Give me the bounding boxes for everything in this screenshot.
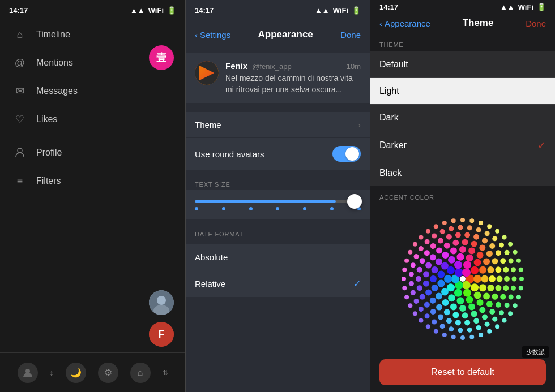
theme-panel: 14:17 ▲▲ WiFi 🔋 ‹ Appearance Theme Done … [370,0,555,392]
svg-point-96 [438,315,443,320]
svg-point-116 [512,277,517,282]
svg-point-93 [464,320,470,326]
moon-icon[interactable]: 🌙 [66,363,86,383]
profile-avatar-icon[interactable] [18,363,38,383]
sidebar-item-filters[interactable]: ≡ Filters [0,167,185,195]
svg-point-89 [496,302,501,308]
svg-point-47 [450,303,457,310]
sidebar-item-messages[interactable]: ✉ Messages [0,77,185,105]
theme-row-black[interactable]: Black [370,160,555,186]
color-wheel-container[interactable] [370,205,555,352]
round-avatars-toggle[interactable] [332,146,361,162]
svg-point-175 [413,242,417,247]
theme-row-default[interactable]: Default [370,51,555,78]
slider-track[interactable] [195,200,361,203]
gear-icon[interactable]: ⚙ [98,363,118,383]
svg-point-55 [450,248,457,255]
watermark: 少数派 [522,346,549,358]
theme-done[interactable]: Done [526,19,546,28]
slider-dot-4 [276,207,279,210]
svg-point-156 [502,318,507,323]
appearance-done[interactable]: Done [340,30,361,40]
svg-point-134 [409,272,414,277]
avatar-main[interactable]: 壹 [149,45,174,70]
avatar-small-1[interactable] [149,290,174,315]
svg-point-99 [420,294,425,300]
back-to-appearance[interactable]: ‹ Appearance [379,19,430,28]
theme-nav-bar: ‹ Appearance Theme Done [370,14,555,33]
svg-point-97 [430,309,436,315]
back-to-settings[interactable]: ‹ Settings [195,30,230,40]
svg-point-95 [446,318,452,324]
sidebar-item-timeline[interactable]: ⌂ Timeline [0,20,185,49]
theme-row-light[interactable]: Light [370,78,555,105]
svg-point-107 [446,234,452,240]
date-absolute-row[interactable]: Absolute [186,244,370,270]
slider-dot-6 [330,207,334,210]
back-appearance-label: Appearance [385,19,430,28]
home-bottom-icon[interactable]: ⌂ [130,363,151,383]
sidebar-item-profile[interactable]: Profile [0,139,185,167]
expand-icon[interactable]: ⇅ [163,369,168,377]
svg-point-14 [455,268,463,277]
svg-point-11 [462,281,471,290]
slider-fill [195,200,336,203]
round-avatars-label: Use round avatars [195,149,264,159]
appearance-panel: 14:17 ▲▲ WiFi 🔋 ‹ Settings Appearance Do… [185,0,370,392]
back-chevron-icon: ‹ [195,30,198,40]
svg-point-46 [459,305,466,312]
chevron-right-icon: › [358,120,361,130]
svg-point-67 [462,312,468,318]
svg-point-182 [469,218,474,223]
svg-point-142 [458,225,463,230]
svg-point-27 [479,284,486,291]
tweet-time: 10m [347,62,361,71]
svg-point-129 [425,313,430,318]
svg-point-130 [419,307,424,312]
theme-row[interactable]: Theme › [186,112,370,138]
status-bar-1: 14:17 ▲▲ WiFi 🔋 [0,0,185,20]
svg-point-44 [477,299,484,306]
upload-icon[interactable]: ↕ [50,368,54,377]
reset-to-default-button[interactable]: Reset to default [379,359,546,385]
svg-point-176 [419,235,423,239]
signal-2: ▲▲ [315,6,330,15]
slider-dot-1 [195,207,198,210]
svg-point-102 [417,267,422,273]
svg-point-126 [449,326,454,331]
color-wheel-svg[interactable] [395,211,531,347]
svg-point-174 [408,250,412,255]
svg-point-41 [489,275,496,282]
svg-point-70 [436,304,442,311]
theme-row-darker[interactable]: Darker ✓ [370,131,555,160]
sidebar-label-mentions: Mentions [36,58,73,68]
theme-default-label: Default [379,59,408,70]
slider-thumb[interactable] [347,194,362,209]
svg-point-190 [519,268,523,272]
svg-point-123 [476,325,481,330]
svg-point-177 [426,229,430,234]
round-avatars-row[interactable]: Use round avatars [186,138,370,170]
wifi-2: WiFi [333,6,348,15]
svg-point-183 [479,221,483,225]
svg-point-100 [417,285,422,291]
date-relative-row[interactable]: Relative ✓ [186,270,370,297]
avatar-small-2[interactable]: F [149,322,174,347]
svg-point-106 [438,238,443,243]
svg-point-42 [487,285,494,291]
svg-point-117 [511,286,516,291]
status-right-3: ▲▲ WiFi 🔋 [500,3,546,11]
svg-point-68 [452,312,459,318]
svg-point-158 [487,329,492,334]
svg-point-138 [425,239,430,244]
svg-point-28 [474,291,481,299]
svg-point-94 [455,320,461,326]
sidebar-item-likes[interactable]: ♡ Likes [0,105,185,133]
theme-row-dark[interactable]: Dark [370,105,555,131]
svg-point-75 [425,262,432,269]
svg-point-151 [519,277,524,281]
svg-point-18 [463,289,471,297]
sidebar-panel: 14:17 ▲▲ WiFi 🔋 壹 ⌂ Timeline @ Mentions … [0,0,185,392]
svg-point-119 [505,303,510,308]
sidebar-divider [0,136,185,136]
